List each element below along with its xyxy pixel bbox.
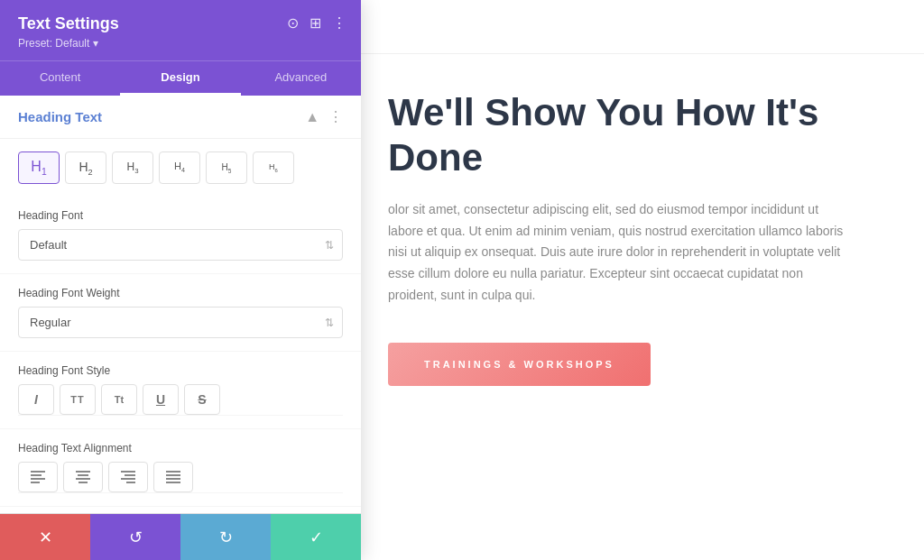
main-paragraph: olor sit amet, consectetur adipiscing el… <box>388 199 852 307</box>
heading-font-weight-label: Heading Font Weight <box>18 287 343 299</box>
align-center-btn[interactable] <box>63 462 103 492</box>
section-title: Heading Text <box>18 109 102 124</box>
panel-header: Text Settings Preset: Default ▾ ⊙ ⊞ ⋮ <box>0 0 361 60</box>
heading-font-group: Heading Font Default ⇅ <box>0 197 361 274</box>
svg-rect-15 <box>166 482 180 483</box>
italic-btn[interactable]: I <box>18 384 54 415</box>
panel-footer: ✕ ↺ ↻ ✓ <box>0 513 361 560</box>
heading-font-style-label: Heading Font Style <box>18 364 343 377</box>
section-header: Heading Text ▲ ⋮ <box>0 96 361 139</box>
heading-font-weight-select-wrap: Regular ⇅ <box>18 307 343 338</box>
heading-size-h1[interactable]: H1 <box>18 151 60 184</box>
redo-icon: ↻ <box>219 528 233 547</box>
svg-rect-14 <box>166 478 180 480</box>
heading-font-select-wrap: Default ⇅ <box>18 229 343 261</box>
cancel-icon: ✕ <box>39 528 52 547</box>
svg-rect-2 <box>31 478 45 480</box>
svg-rect-7 <box>79 482 88 483</box>
heading-size-h5[interactable]: H5 <box>206 151 247 184</box>
undo-button[interactable]: ↺ <box>90 514 180 560</box>
svg-rect-6 <box>76 478 90 480</box>
heading-font-style-group: Heading Font Style I TT Tt U S <box>0 352 361 429</box>
tab-content[interactable]: Content <box>0 61 120 96</box>
preset-caret-icon: ▾ <box>93 37 98 50</box>
align-right-icon <box>121 471 135 483</box>
align-justify-icon <box>166 471 180 483</box>
align-center-icon <box>76 471 90 483</box>
columns-icon[interactable]: ⊞ <box>310 14 321 32</box>
svg-rect-11 <box>126 482 135 483</box>
svg-rect-5 <box>78 474 88 476</box>
align-justify-btn[interactable] <box>153 462 193 492</box>
section-header-icons: ▲ ⋮ <box>305 108 343 125</box>
heading-text-alignment-label: Heading Text Alignment <box>18 442 343 454</box>
heading-font-select[interactable]: Default <box>18 229 343 261</box>
heading-text-alignment-group: Heading Text Alignment <box>0 429 361 507</box>
panel-preset[interactable]: Preset: Default ▾ <box>18 37 343 50</box>
svg-rect-4 <box>76 471 90 473</box>
heading-size-group: H1 H2 H3 H4 H5 H6 <box>0 139 361 197</box>
svg-rect-8 <box>121 471 135 473</box>
settings-panel: Text Settings Preset: Default ▾ ⊙ ⊞ ⋮ Co… <box>0 0 361 560</box>
heading-size-h6[interactable]: H6 <box>253 151 294 184</box>
heading-size-h3[interactable]: H3 <box>112 151 153 184</box>
confirm-icon: ✓ <box>310 528 323 547</box>
section-more-icon[interactable]: ⋮ <box>328 108 343 125</box>
align-right-btn[interactable] <box>108 462 148 492</box>
capitalize-btn[interactable]: Tt <box>101 384 137 415</box>
undo-icon: ↺ <box>129 528 143 547</box>
underline-btn[interactable]: U <box>143 384 179 415</box>
section-collapse-icon[interactable]: ▲ <box>305 109 319 125</box>
main-heading: We'll Show You How It's Done <box>388 90 852 181</box>
svg-rect-0 <box>31 471 45 473</box>
svg-rect-9 <box>125 474 135 476</box>
preset-label: Preset: Default <box>18 37 89 50</box>
strikethrough-btn[interactable]: S <box>184 384 220 415</box>
alignment-buttons <box>18 462 343 493</box>
heading-font-label: Heading Font <box>18 209 343 222</box>
align-left-icon <box>31 471 45 483</box>
cta-button[interactable]: TRAININGS & WORKSHOPS <box>388 343 651 386</box>
svg-rect-1 <box>31 474 42 476</box>
heading-size-h2[interactable]: H2 <box>65 151 106 184</box>
font-style-buttons: I TT Tt U S <box>18 384 343 416</box>
align-left-btn[interactable] <box>18 462 58 492</box>
heading-size-h4[interactable]: H4 <box>159 151 200 184</box>
header-more-icon[interactable]: ⋮ <box>332 14 346 32</box>
redo-button[interactable]: ↻ <box>180 514 271 560</box>
cancel-button[interactable]: ✕ <box>0 514 90 560</box>
panel-tabs: Content Design Advanced <box>0 60 361 96</box>
panel-header-icons: ⊙ ⊞ ⋮ <box>287 14 346 32</box>
uppercase-btn[interactable]: TT <box>60 384 96 415</box>
svg-rect-12 <box>166 471 180 473</box>
tab-design[interactable]: Design <box>120 61 240 96</box>
svg-rect-13 <box>166 474 180 476</box>
target-icon[interactable]: ⊙ <box>287 14 299 32</box>
confirm-button[interactable]: ✓ <box>271 514 361 560</box>
heading-text-color-group: Heading Text Color <box>0 507 361 513</box>
svg-rect-10 <box>121 478 135 480</box>
panel-body: Heading Text ▲ ⋮ H1 H2 H3 H4 H5 <box>0 96 361 513</box>
tab-advanced[interactable]: Advanced <box>241 61 361 96</box>
svg-rect-3 <box>31 482 40 483</box>
heading-font-weight-select[interactable]: Regular <box>18 307 343 338</box>
heading-font-weight-group: Heading Font Weight Regular ⇅ <box>0 274 361 352</box>
